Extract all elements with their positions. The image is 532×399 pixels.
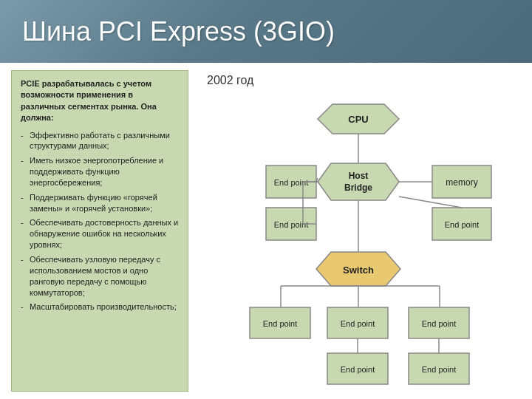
list-item: Обеспечивать достоверность данных и обна… <box>21 217 179 250</box>
page-title: Шина PCI Express (3GIO) <box>22 16 335 47</box>
host-bridge-label2: Bridge <box>344 183 372 193</box>
content-area: PCIE разрабатывалась с учетом возможност… <box>0 63 532 399</box>
endpoint-4-label: End point <box>263 319 297 328</box>
list-item: Поддерживать функцию «горячей замены» и … <box>21 192 179 214</box>
endpoint-6-label: End point <box>422 319 456 328</box>
slide: Шина PCI Express (3GIO) PCIE разрабатыва… <box>0 0 532 399</box>
svg-marker-2 <box>318 163 399 200</box>
switch-label: Switch <box>343 265 374 276</box>
endpoint-3-label: End point <box>445 220 479 229</box>
list-item: Иметь низкое энергопотребление и поддерж… <box>21 155 179 188</box>
feature-list: Эффективно работать с различными структу… <box>21 130 179 313</box>
cpu-label: CPU <box>348 114 368 125</box>
list-item: Эффективно работать с различными структу… <box>21 130 179 152</box>
right-panel: 2002 год CPU Host Bridge memory <box>200 70 521 392</box>
header: Шина PCI Express (3GIO) <box>0 0 532 63</box>
diagram-svg: CPU Host Bridge memory End point <box>207 93 510 389</box>
intro-text: PCIE разрабатывалась с учетом возможност… <box>21 78 179 124</box>
endpoint-8-label: End point <box>422 365 456 374</box>
left-panel: PCIE разрабатывалась с учетом возможност… <box>11 70 188 392</box>
host-bridge-label: Host <box>349 171 369 181</box>
list-item: Масштабировать производительность; <box>21 301 179 313</box>
endpoint-7-label: End point <box>341 365 375 374</box>
list-item: Обеспечивать узловую передачу с использо… <box>21 254 179 298</box>
memory-label: memory <box>446 177 477 188</box>
endpoint-5-label: End point <box>341 319 375 328</box>
year-label: 2002 год <box>207 74 517 87</box>
